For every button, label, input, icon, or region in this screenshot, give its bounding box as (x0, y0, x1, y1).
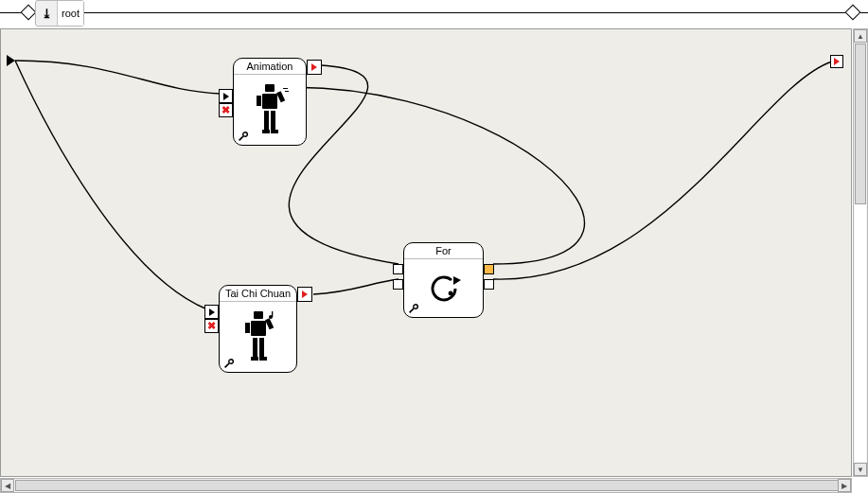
stop-icon: ✖ (221, 105, 230, 115)
vertical-scrollbar[interactable]: ▲ ▼ (853, 28, 868, 477)
node-for-body (404, 259, 483, 318)
stopped-icon (302, 291, 308, 298)
for-in-port-1[interactable] (393, 264, 403, 274)
node-taichi-in-ports: ✖ (204, 305, 219, 333)
scroll-down-button[interactable]: ▼ (854, 463, 867, 476)
node-for-title: For (404, 243, 483, 259)
svg-rect-11 (251, 321, 266, 336)
svg-rect-7 (271, 130, 278, 133)
svg-rect-8 (283, 88, 288, 89)
svg-rect-13 (265, 318, 274, 329)
taichi-robot-icon (237, 309, 280, 366)
breadcrumb-root-block[interactable]: ⤓ root (35, 0, 84, 26)
svg-rect-5 (271, 111, 275, 130)
svg-rect-19 (272, 311, 273, 317)
diagram-canvas[interactable]: Animation (0, 28, 852, 477)
play-icon (223, 93, 229, 100)
for-in-port-2[interactable] (393, 279, 403, 290)
node-animation-body (234, 75, 306, 146)
on-start-port[interactable] (7, 55, 15, 66)
stopped-icon (834, 58, 840, 65)
scroll-up-button[interactable]: ▲ (854, 29, 867, 43)
svg-rect-15 (259, 338, 264, 357)
svg-rect-16 (251, 357, 258, 361)
v-scroll-thumb[interactable] (855, 44, 866, 204)
wrench-icon[interactable] (238, 131, 249, 142)
node-animation-title: Animation (234, 59, 306, 75)
node-taichi-title: Tai Chi Chuan (220, 286, 296, 302)
node-animation[interactable]: Animation (233, 58, 307, 146)
svg-point-21 (448, 291, 452, 296)
wrench-icon[interactable] (223, 358, 235, 369)
animation-onstopped-port[interactable] (307, 60, 322, 75)
node-for[interactable]: For (403, 242, 484, 318)
svg-rect-14 (253, 338, 257, 357)
h-scroll-thumb[interactable] (15, 480, 839, 491)
breadcrumb-band: ⤓ root (0, 0, 868, 25)
taichi-onstopped-port[interactable] (297, 287, 312, 302)
stop-icon: ✖ (207, 321, 216, 331)
svg-rect-10 (254, 311, 263, 319)
svg-rect-2 (257, 96, 261, 106)
loop-icon (425, 270, 463, 308)
play-icon (209, 308, 215, 316)
breadcrumb-line (0, 12, 868, 13)
svg-rect-0 (265, 84, 275, 92)
scroll-right-button[interactable]: ▶ (838, 479, 851, 492)
enter-behavior-button[interactable]: ⤓ (36, 1, 58, 26)
stopped-icon (311, 63, 317, 71)
svg-marker-20 (453, 276, 461, 285)
taichi-stop-port[interactable]: ✖ (204, 319, 219, 333)
node-tai-chi-chuan[interactable]: Tai Chi Chuan (219, 285, 297, 373)
animation-robot-icon (248, 82, 292, 139)
canvas-wrap: Animation (0, 28, 868, 493)
for-out-port-done[interactable] (484, 279, 494, 290)
svg-rect-17 (259, 357, 267, 361)
for-out-port-loop[interactable] (484, 264, 494, 274)
node-animation-in-ports: ✖ (219, 89, 233, 117)
enter-icon: ⤓ (42, 8, 52, 20)
svg-rect-4 (264, 111, 269, 130)
graph-input-diamond[interactable] (21, 5, 37, 21)
svg-rect-9 (285, 91, 289, 92)
horizontal-scrollbar[interactable]: ◀ ▶ (0, 478, 852, 493)
svg-rect-6 (262, 130, 270, 133)
animation-stop-port[interactable]: ✖ (219, 103, 233, 117)
node-taichi-body (220, 302, 296, 373)
svg-rect-12 (245, 323, 250, 333)
animation-play-port[interactable] (219, 89, 233, 103)
on-stopped-port[interactable] (830, 55, 843, 68)
svg-rect-3 (276, 91, 285, 102)
graph-output-diamond[interactable] (845, 5, 861, 21)
scroll-left-button[interactable]: ◀ (1, 479, 14, 492)
svg-rect-1 (262, 94, 277, 109)
taichi-play-port[interactable] (204, 305, 219, 319)
breadcrumb-root-label: root (58, 1, 83, 26)
wrench-icon[interactable] (408, 303, 419, 314)
